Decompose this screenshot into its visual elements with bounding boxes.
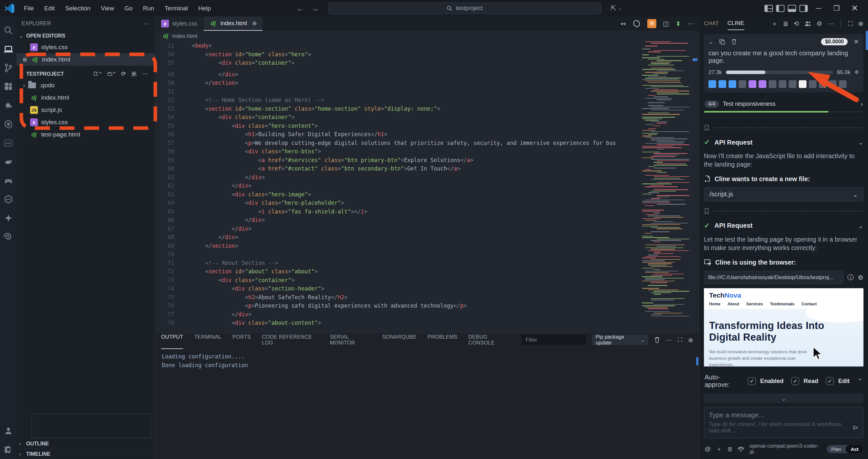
account-icon[interactable] — [804, 21, 811, 27]
panel-tab-output[interactable]: OUTPUT — [161, 331, 183, 349]
split-editor-icon[interactable]: ⬍ — [676, 20, 681, 28]
chevron-up-icon[interactable]: ⌃ — [857, 377, 863, 385]
panel-tab-ports[interactable]: PORTS — [232, 331, 251, 349]
spiral-extension-icon[interactable] — [0, 227, 17, 246]
message-input[interactable]: Type a message... Type @ for context, / … — [704, 407, 864, 438]
tree-item-styles.css[interactable]: #styles.css — [17, 116, 155, 128]
settings-gear-icon[interactable]: ⚙ — [816, 20, 823, 28]
tab-cline[interactable]: CLINE — [727, 17, 744, 30]
kangaroo-extension-icon[interactable] — [0, 152, 17, 171]
explorer-more-icon[interactable]: ⋯ — [144, 21, 150, 27]
checkbox-enabled[interactable]: ✓ — [748, 377, 756, 385]
tree-item-.qodo[interactable]: ›.qodo — [17, 79, 155, 92]
settings-gear-icon[interactable] — [0, 440, 17, 459]
nav-back-icon[interactable]: ← — [297, 4, 304, 13]
minimap[interactable] — [641, 41, 691, 332]
menu-edit[interactable]: Edit — [40, 3, 60, 14]
tree-item-script.js[interactable]: JSscript.js — [17, 104, 155, 116]
command-center-search[interactable]: testproject — [328, 3, 602, 14]
maximize-panel-icon[interactable]: ⛶ — [678, 336, 682, 343]
close-editor-icon[interactable]: ⊗ — [22, 56, 27, 63]
send-icon[interactable]: ⊳ — [853, 423, 859, 432]
menu-terminal[interactable]: Terminal — [160, 3, 192, 14]
debug-extension-icon[interactable] — [0, 96, 17, 115]
new-file-path-box[interactable]: /script.js ⌄ — [704, 187, 864, 201]
gamepad-extension-icon[interactable] — [0, 171, 17, 190]
mcp-icon[interactable]: ≣ — [727, 446, 733, 453]
toggle-panel-icon[interactable] — [788, 5, 796, 12]
search-icon[interactable] — [0, 21, 17, 40]
checkpoint-row[interactable] — [704, 125, 864, 131]
panel-tab-sonarqube[interactable]: SONARQUBE — [382, 331, 416, 349]
serial-extension-icon[interactable]: 串 — [647, 19, 656, 28]
api-request-2[interactable]: ✓ API Request ⌄ — [704, 222, 864, 230]
qodo-gen-icon[interactable]: ↭ — [621, 20, 626, 28]
api-request-1[interactable]: ✓ API Request ⌄ — [704, 138, 864, 146]
panel-tab-problems[interactable]: PROBLEMS — [428, 331, 457, 349]
menu-selection[interactable]: Selection — [61, 3, 95, 14]
open-editor-index.html[interactable]: ⊗djindex.html — [17, 53, 155, 66]
minimize-button[interactable]: ─ — [811, 2, 826, 15]
screen-view-icon[interactable] — [0, 40, 17, 59]
mention-icon[interactable]: @ — [705, 446, 711, 453]
add-context-icon[interactable]: ＋ — [716, 445, 722, 453]
editor-tab-styles.css[interactable]: #styles.css — [155, 17, 204, 31]
output-channel-dropdown[interactable]: Pip package update⌄ — [592, 335, 648, 345]
more-actions-icon[interactable]: ⋯ — [666, 336, 672, 344]
extensions-icon[interactable] — [0, 77, 17, 96]
toggle-secondary-sidebar-icon[interactable] — [799, 5, 808, 12]
new-file-icon[interactable]: 🗋⁺ — [93, 70, 102, 78]
sparkle-extension-icon[interactable] — [0, 209, 17, 227]
close-panel-icon[interactable]: ⊗ — [858, 20, 864, 28]
browser-preview[interactable]: TechNova HomeAboutServicesTestimonialsCo… — [704, 288, 864, 367]
toggle-sidebar-icon[interactable] — [776, 5, 784, 12]
new-folder-icon[interactable]: 🗀⁺ — [107, 70, 116, 78]
menu-go[interactable]: Go — [120, 3, 137, 14]
open-in-editor-icon[interactable]: ⛶ — [848, 20, 853, 28]
chevron-down-icon[interactable]: ⌄ — [858, 138, 864, 146]
openai-extension-icon[interactable] — [0, 115, 17, 134]
restore-button[interactable]: ❐ — [829, 2, 844, 15]
model-name[interactable]: openai-compat:qwen3-coder-dt — [749, 443, 822, 455]
checkbox-read[interactable]: ✓ — [791, 377, 799, 385]
auto-approve-row[interactable]: Auto-approve: ✓Enabled✓Read✓Edit ⌃ — [704, 372, 864, 390]
panel-tab-debug-console[interactable]: DEBUG CONSOLE — [468, 331, 511, 349]
nav-forward-icon[interactable]: → — [311, 4, 319, 13]
mode-plan[interactable]: Plan — [827, 445, 846, 453]
refresh-icon[interactable]: ⟳ — [121, 70, 126, 78]
panel-tab-code-reference-log[interactable]: CODE REFERENCE LOG — [262, 331, 319, 349]
history-icon[interactable]: ⟲ — [794, 20, 799, 28]
customize-layout-icon[interactable] — [765, 5, 773, 12]
outline-section[interactable]: › OUTLINE — [17, 438, 155, 449]
menu-run[interactable]: Run — [138, 3, 159, 14]
tree-item-index.html[interactable]: djindex.html — [17, 92, 155, 104]
sonarqube-extension-icon[interactable] — [0, 190, 17, 209]
accounts-icon[interactable] — [0, 422, 17, 440]
browser-url-bar[interactable]: file:///C:/Users/tahsinsoyak/Desktop/Ubo… — [704, 271, 843, 284]
cline-scrollbar[interactable] — [866, 31, 868, 50]
chevron-right-icon[interactable]: › — [861, 100, 863, 108]
close-panel-icon[interactable]: ⊗ — [688, 336, 693, 344]
more-actions-icon[interactable]: ⋯ — [828, 20, 834, 28]
breadcrumb[interactable]: dj index.html — [155, 31, 699, 41]
openai-icon[interactable] — [632, 20, 641, 28]
source-control-icon[interactable] — [0, 59, 17, 77]
delete-task-icon[interactable] — [731, 38, 737, 45]
output-log[interactable]: Loading configuration....Done loading co… — [155, 347, 699, 370]
project-section[interactable]: ⌄ TESTPROJECT 🗋⁺ 🗀⁺ ⟳ 米 ⋯ — [17, 69, 155, 79]
timeline-section[interactable]: › TIMELINE — [17, 449, 155, 459]
tab-chat[interactable]: CHAT — [704, 18, 719, 30]
info-icon[interactable]: ⓘ — [847, 273, 854, 282]
copy-icon[interactable] — [719, 39, 725, 45]
mode-act[interactable]: Act — [846, 445, 863, 453]
expand-context-icon[interactable]: ✥ — [855, 69, 859, 76]
menu-view[interactable]: View — [96, 3, 119, 14]
mode-toggle[interactable]: Plan Act — [827, 445, 863, 453]
panel-tab-terminal[interactable]: TERMINAL — [194, 331, 221, 349]
scales-icon[interactable] — [738, 446, 744, 453]
close-tab-icon[interactable]: ⊗ — [252, 20, 257, 27]
browser-settings-icon[interactable]: ⚙ — [858, 274, 864, 282]
split-editor-search-icon[interactable]: ◫ — [663, 20, 669, 28]
menu-file[interactable]: File — [20, 3, 38, 14]
snippets-extension-icon[interactable]: ¤¤ — [0, 134, 17, 152]
